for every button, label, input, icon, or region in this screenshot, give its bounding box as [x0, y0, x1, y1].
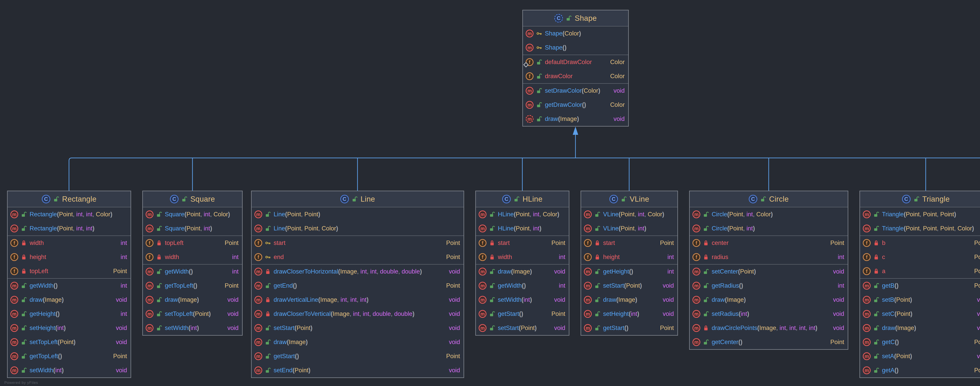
- constructor-row[interactable]: m HLine(Point, int): [476, 221, 569, 235]
- class-header[interactable]: C Shape: [523, 10, 628, 27]
- constructor-row[interactable]: m Triangle(Point, Point, Point, Color): [860, 221, 980, 235]
- method-row[interactable]: m drawVerticalLine(Image, int, int, int)…: [252, 293, 463, 307]
- class-header[interactable]: C HLine: [476, 191, 569, 207]
- field-row[interactable]: f widthint: [8, 236, 130, 250]
- method-row[interactable]: m getA()Point: [860, 363, 980, 377]
- class-box-shape[interactable]: C Shapem Shape(Color)m Shape()f defaultD…: [522, 10, 629, 127]
- method-row[interactable]: m getWidth()int: [8, 279, 130, 293]
- field-row[interactable]: f radiusint: [690, 250, 848, 264]
- class-box-rectangle[interactable]: C Rectanglem Rectangle(Point, int, int, …: [7, 191, 131, 378]
- field-row[interactable]: f heightint: [581, 250, 678, 264]
- class-box-line[interactable]: C Linem Line(Point, Point)m Line(Point, …: [251, 191, 464, 378]
- method-row[interactable]: m setStart(Point)void: [581, 279, 678, 293]
- method-row[interactable]: m getWidth()int: [143, 265, 242, 279]
- method-row[interactable]: m getWidth()int: [476, 279, 569, 293]
- methods-section: m getWidth()intm draw(Image)voidm getHei…: [8, 278, 130, 377]
- method-row[interactable]: m setWidth(int)void: [476, 293, 569, 307]
- method-row[interactable]: m draw(Image)void: [523, 112, 628, 126]
- method-row[interactable]: m getStart()Point: [252, 349, 463, 363]
- class-box-hline[interactable]: C HLinem HLine(Point, int, Color)m HLine…: [475, 191, 570, 336]
- method-row[interactable]: m getDrawColor()Color: [523, 98, 628, 112]
- constructor-row[interactable]: m HLine(Point, int, Color): [476, 207, 569, 221]
- method-row[interactable]: m getHeight()int: [8, 307, 130, 321]
- method-row[interactable]: m draw(Image)void: [252, 335, 463, 349]
- constructor-row[interactable]: m Square(Point, int): [143, 221, 242, 235]
- method-row[interactable]: m getC()Point: [860, 335, 980, 349]
- method-row[interactable]: m setCenter(Point)void: [690, 265, 848, 279]
- field-row[interactable]: f aPoint: [860, 264, 980, 278]
- uml-diagram-canvas[interactable]: Powered by yFiles C Shapem Shape(Color)m…: [0, 0, 980, 386]
- constructor-row[interactable]: m Shape(Color): [523, 27, 628, 41]
- method-row[interactable]: m setStart(Point)void: [476, 321, 569, 335]
- field-row[interactable]: f defaultDrawColorColor: [523, 55, 628, 69]
- field-row[interactable]: f startPoint: [581, 236, 678, 250]
- inheritance-edge[interactable]: [69, 158, 980, 191]
- method-row[interactable]: m getB()Point: [860, 279, 980, 293]
- method-row[interactable]: m setB(Point)void: [860, 293, 980, 307]
- field-row[interactable]: f startPoint: [476, 236, 569, 250]
- field-row[interactable]: f topLeftPoint: [143, 236, 242, 250]
- method-row[interactable]: m getCenter()Point: [690, 335, 848, 349]
- method-row[interactable]: m getEnd()Point: [252, 279, 463, 293]
- constructor-row[interactable]: m Shape(): [523, 41, 628, 55]
- method-row[interactable]: m setA(Point)void: [860, 349, 980, 363]
- class-box-circle[interactable]: C Circlem Circle(Point, int, Color)m Cir…: [689, 191, 848, 350]
- field-row[interactable]: f startPoint: [252, 236, 463, 250]
- method-row[interactable]: m draw(Image)void: [860, 321, 980, 335]
- method-row[interactable]: m getTopLeft()Point: [8, 349, 130, 363]
- method-row[interactable]: m draw(Image)void: [581, 293, 678, 307]
- constructor-row[interactable]: m Circle(Point, int, Color): [690, 207, 848, 221]
- method-row[interactable]: m draw(Image)void: [8, 293, 130, 307]
- field-row[interactable]: f widthint: [143, 250, 242, 264]
- method-row[interactable]: m draw(Image)void: [143, 293, 242, 307]
- method-row[interactable]: m setWidth(int)void: [143, 321, 242, 335]
- method-row[interactable]: m draw(Image)void: [690, 293, 848, 307]
- method-row[interactable]: m setDrawColor(Color)void: [523, 84, 628, 98]
- method-row[interactable]: m setTopLeft(Point)void: [8, 335, 130, 349]
- method-row[interactable]: m getHeight()int: [581, 265, 678, 279]
- constructor-row[interactable]: m Line(Point, Point): [252, 207, 463, 221]
- class-header[interactable]: C Rectangle: [8, 191, 130, 207]
- method-row[interactable]: m getRadius()int: [690, 279, 848, 293]
- class-header[interactable]: C Triangle: [860, 191, 980, 207]
- method-row[interactable]: m drawCloserToHorizontal(Image, int, int…: [252, 265, 463, 279]
- constructor-row[interactable]: m Square(Point, int, Color): [143, 207, 242, 221]
- constructor-row[interactable]: m Rectangle(Point, int, int): [8, 221, 130, 235]
- class-box-triangle[interactable]: C Trianglem Triangle(Point, Point, Point…: [859, 191, 980, 378]
- method-row[interactable]: m setRadius(int)void: [690, 307, 848, 321]
- field-row[interactable]: f endPoint: [252, 250, 463, 264]
- field-row[interactable]: f widthint: [476, 250, 569, 264]
- method-row[interactable]: m setTopLeft(Point)void: [143, 307, 242, 321]
- field-row[interactable]: f heightint: [8, 250, 130, 264]
- method-name: getStart: [274, 353, 295, 359]
- class-header[interactable]: C Square: [143, 191, 242, 207]
- method-row[interactable]: m setHeight(int)void: [8, 321, 130, 335]
- class-header[interactable]: C VLine: [581, 191, 678, 207]
- constructor-row[interactable]: m Rectangle(Point, int, int, Color): [8, 207, 130, 221]
- class-header[interactable]: C Line: [252, 191, 463, 207]
- method-row[interactable]: m setStart(Point)void: [252, 321, 463, 335]
- method-row[interactable]: m getStart()Point: [581, 321, 678, 335]
- field-row[interactable]: f bPoint: [860, 236, 980, 250]
- method-row[interactable]: m setC(Point)void: [860, 307, 980, 321]
- field-row[interactable]: f drawColorColor: [523, 69, 628, 83]
- constructor-row[interactable]: m Circle(Point, int): [690, 221, 848, 235]
- method-row[interactable]: m drawCirclePoints(Image, int, int, int,…: [690, 321, 848, 335]
- constructor-row[interactable]: m Triangle(Point, Point, Point): [860, 207, 980, 221]
- constructor-row[interactable]: m VLine(Point, int): [581, 221, 678, 235]
- field-row[interactable]: f cPoint: [860, 250, 980, 264]
- field-row[interactable]: f topLeftPoint: [8, 264, 130, 278]
- method-row[interactable]: m draw(Image)void: [476, 265, 569, 279]
- method-row[interactable]: m setWidth(int)void: [8, 363, 130, 377]
- class-box-vline[interactable]: C VLinem VLine(Point, int, Color)m VLine…: [581, 191, 678, 336]
- class-box-square[interactable]: C Squarem Square(Point, int, Color)m Squ…: [142, 191, 243, 336]
- constructor-row[interactable]: m Line(Point, Point, Color): [252, 221, 463, 235]
- method-row[interactable]: m getTopLeft()Point: [143, 279, 242, 293]
- class-header[interactable]: C Circle: [690, 191, 848, 207]
- field-row[interactable]: f centerPoint: [690, 236, 848, 250]
- method-row[interactable]: m setEnd(Point)void: [252, 363, 463, 377]
- constructor-row[interactable]: m VLine(Point, int, Color): [581, 207, 678, 221]
- method-row[interactable]: m getStart()Point: [476, 307, 569, 321]
- method-row[interactable]: m setHeight(int)void: [581, 307, 678, 321]
- method-row[interactable]: m drawCloserToVertical(Image, int, int, …: [252, 307, 463, 321]
